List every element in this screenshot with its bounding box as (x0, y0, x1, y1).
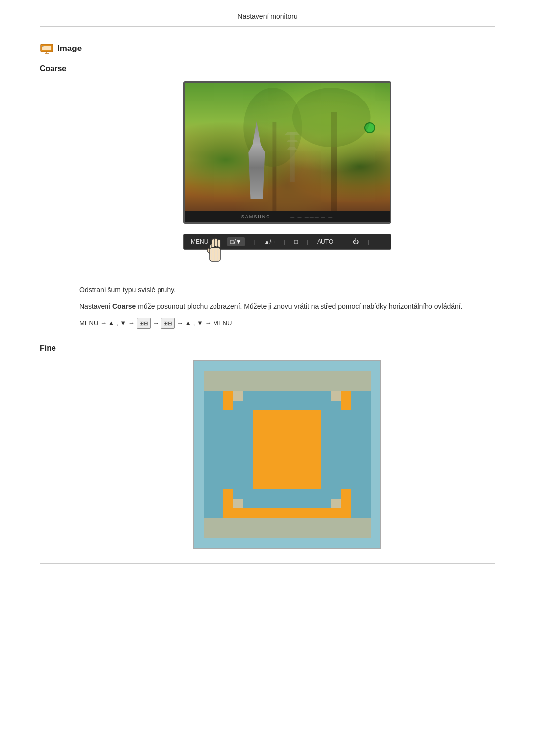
svg-rect-24 (263, 391, 312, 411)
monitor-bottom-bar: SAMSUNG — — ——— — — (185, 211, 390, 222)
fine-image (193, 360, 381, 549)
menu-icon-coarse-1: ⊞⊞ (137, 318, 151, 329)
description-p1: Odstraní šum typu svislé pruhy. (79, 284, 495, 296)
monitor-screen (185, 83, 390, 211)
section-title: Image (57, 44, 82, 53)
osd-bar-wrapper: MENU | □/▼ | ▲/○ | □ | AUTO | ⏻ | — (79, 234, 495, 250)
osd-nav: ▲/○ (264, 238, 275, 245)
image-section-icon (40, 42, 54, 55)
monitor-display: SAMSUNG — — ——— — — (183, 81, 391, 224)
svg-rect-34 (312, 489, 331, 509)
fine-heading: Fine (40, 344, 495, 353)
desc-suffix: může posunout plochu zobrazení. Můžete j… (136, 302, 462, 310)
menu-icon-coarse-2: ⊞⊟ (161, 318, 175, 329)
svg-rect-28 (223, 410, 253, 489)
description-p2: Nastavení Coarse může posunout plochu zo… (79, 301, 495, 313)
svg-marker-10 (285, 132, 300, 135)
osd-bar: MENU | □/▼ | ▲/○ | □ | AUTO | ⏻ | — (183, 234, 391, 250)
top-rule (40, 0, 495, 0)
hand-spacer (40, 264, 495, 284)
svg-rect-37 (331, 391, 341, 401)
section-heading: Image (40, 42, 495, 55)
svg-rect-32 (243, 489, 263, 509)
osd-auto: AUTO (317, 238, 333, 245)
desc-prefix: Nastavení (79, 302, 112, 310)
svg-rect-39 (331, 499, 341, 508)
svg-rect-20 (204, 518, 371, 538)
svg-rect-21 (204, 391, 224, 518)
osd-power: ⏻ (353, 238, 359, 245)
svg-rect-29 (321, 410, 351, 489)
svg-point-8 (292, 88, 371, 147)
samsung-label: SAMSUNG (241, 214, 271, 219)
fine-image-wrapper (79, 360, 495, 549)
svg-rect-22 (351, 391, 371, 518)
menu-sequence: MENU → ▲ , ▼ → ⊞⊞ → ⊞⊟ → ▲ , ▼ → MENU (79, 318, 495, 329)
description-block: Odstraní šum typu svislé pruhy. Nastaven… (79, 284, 495, 329)
page-header: Nastavení monitoru (40, 5, 495, 27)
svg-rect-13 (210, 248, 220, 261)
coarse-heading: Coarse (40, 64, 495, 73)
svg-marker-11 (286, 140, 298, 142)
desc-bold: Coarse (112, 302, 136, 310)
monitor-image-wrapper: SAMSUNG — — ——— — — (79, 81, 495, 224)
svg-rect-1 (42, 46, 51, 50)
svg-rect-35 (253, 410, 322, 489)
svg-rect-19 (204, 371, 371, 391)
svg-rect-36 (233, 391, 243, 401)
fine-section: Fine (40, 344, 495, 549)
osd-select: □ (294, 238, 298, 245)
hand-cursor (203, 237, 224, 268)
bottom-rule (40, 563, 495, 564)
svg-rect-38 (233, 499, 243, 508)
page-title: Nastavení monitoru (237, 12, 297, 20)
osd-adjust: □/▼ (227, 237, 244, 246)
osd-minus: — (378, 238, 384, 245)
svg-rect-33 (263, 489, 312, 509)
